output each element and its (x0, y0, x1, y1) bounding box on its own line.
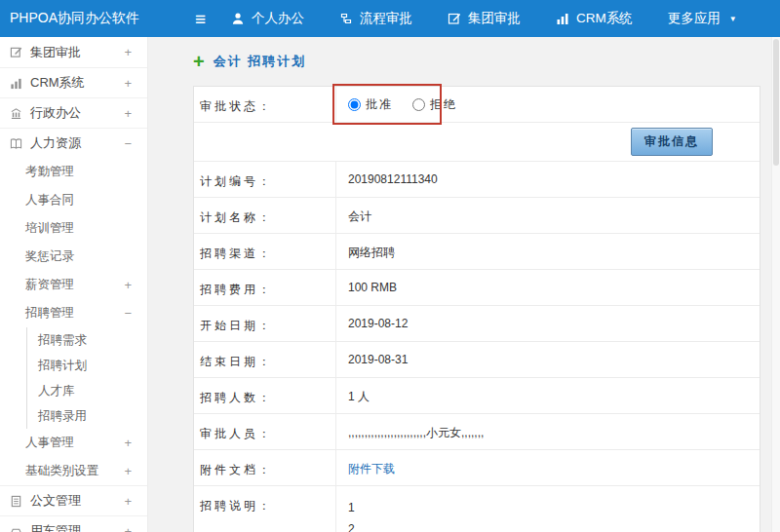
recruit-fee-value: 100 RMB (336, 270, 760, 305)
topbar: PHPOA协同办公软件 ≡ 个人办公 流程审批 集团审批 CRM系统 (0, 0, 780, 37)
collapse-icon[interactable]: − (124, 136, 132, 151)
nav-label: CRM系统 (576, 10, 633, 27)
radio-label: 批准 (366, 96, 393, 113)
plan-number-value: 20190812111340 (336, 162, 760, 197)
expand-icon[interactable]: + (124, 436, 132, 450)
radio-label: 拒绝 (430, 96, 457, 113)
row-plan-number: 计划编号： 20190812111340 (194, 162, 760, 198)
recruit-plan-detail-table: 审批状态： 批准 拒绝 审批信息 计划编号： (193, 86, 760, 532)
sidebar-item-hr[interactable]: 人力资源 − (0, 128, 147, 158)
sidebar-item-hr-contract[interactable]: 人事合同 (0, 186, 147, 214)
approval-info-button[interactable]: 审批信息 (631, 128, 713, 156)
page-body: 集团审批 + CRM系统 + 行政办公 + 人力资源 − 考勤管理 (0, 37, 780, 532)
radio-approve[interactable]: 批准 (348, 96, 393, 113)
field-label: 审批状态： (194, 87, 336, 122)
add-plus-icon: + (193, 55, 205, 68)
sidebar-item-rewards[interactable]: 奖惩记录 (0, 243, 147, 271)
row-approvers: 审批人员： ,,,,,,,,,,,,,,,,,,,,,,,,小元女,,,,,,, (194, 414, 760, 450)
main-content: + 会计 招聘计划 审批状态： 批准 拒绝 (148, 37, 780, 532)
expand-icon[interactable]: + (124, 278, 132, 292)
radio-reject[interactable]: 拒绝 (412, 96, 457, 113)
sidebar-item-salary[interactable]: 薪资管理 + (0, 271, 147, 299)
plan-name-value: 会计 (336, 198, 760, 233)
book-icon (10, 137, 22, 150)
car-icon (10, 525, 22, 532)
reject-radio-input[interactable] (412, 98, 425, 111)
building-icon (10, 107, 22, 120)
page-title: + 会计 招聘计划 (193, 53, 762, 70)
sidebar-item-base-category[interactable]: 基础类别设置 + (0, 457, 147, 485)
row-plan-name: 计划名称： 会计 (194, 198, 760, 234)
nav-item-personal-office[interactable]: 个人办公 (231, 10, 304, 27)
scrollbar-thumb[interactable] (773, 39, 779, 166)
page-title-text: 会计 招聘计划 (214, 53, 307, 70)
row-end-date: 结束日期： 2019-08-31 (194, 342, 760, 378)
caret-down-icon: ▼ (729, 15, 737, 23)
row-recruit-channel: 招聘渠道： 网络招聘 (194, 234, 760, 270)
description-line: 2 (348, 518, 748, 532)
bar-chart-icon (556, 12, 569, 25)
sidebar-item-recruit-plan[interactable]: 招聘计划 (27, 353, 147, 378)
sidebar-item-recruit-hire[interactable]: 招聘录用 (27, 403, 147, 429)
sidebar-item-recruit-demand[interactable]: 招聘需求 (27, 327, 147, 353)
edit-icon (10, 46, 22, 58)
sidebar: 集团审批 + CRM系统 + 行政办公 + 人力资源 − 考勤管理 (0, 37, 148, 532)
row-description: 招聘说明： 1 2 (194, 486, 760, 532)
description-line: 1 (348, 497, 748, 518)
nav-label: 个人办公 (252, 10, 304, 27)
row-recruit-fee: 招聘费用： 100 RMB (194, 270, 760, 306)
nav-item-group-approval[interactable]: 集团审批 (448, 10, 521, 27)
sidebar-item-vehicle[interactable]: 用车管理 + (0, 515, 147, 532)
expand-icon[interactable]: + (124, 524, 132, 532)
document-icon (10, 495, 22, 508)
sidebar-item-recruitment[interactable]: 招聘管理 − (0, 299, 147, 327)
bar-chart-icon (10, 77, 22, 90)
nav-item-workflow-approval[interactable]: 流程审批 (339, 10, 412, 27)
expand-icon[interactable]: + (124, 494, 132, 509)
nav-item-crm[interactable]: CRM系统 (556, 10, 633, 27)
nav-item-more-apps[interactable]: 更多应用 ▼ (668, 10, 737, 27)
sidebar-item-group-approval[interactable]: 集团审批 + (0, 37, 147, 67)
approvers-value: ,,,,,,,,,,,,,,,,,,,,,,,,小元女,,,,,,, (336, 414, 760, 449)
sidebar-item-training[interactable]: 培训管理 (0, 214, 147, 243)
approval-radio-group: 批准 拒绝 (336, 87, 760, 122)
attachment-download-link[interactable]: 附件下载 (348, 462, 395, 475)
approval-status-row: 审批状态： 批准 拒绝 (194, 87, 760, 123)
approve-radio-input[interactable] (348, 98, 361, 111)
expand-icon[interactable]: + (124, 45, 132, 59)
approval-button-row: 审批信息 (194, 123, 760, 162)
end-date-value: 2019-08-31 (336, 342, 760, 377)
sidebar-item-crm[interactable]: CRM系统 + (0, 67, 147, 97)
expand-icon[interactable]: + (124, 106, 132, 121)
sidebar-item-document[interactable]: 公文管理 + (0, 485, 147, 515)
expand-icon[interactable]: + (124, 464, 132, 478)
expand-icon[interactable]: + (124, 76, 132, 91)
sidebar-item-admin-office[interactable]: 行政办公 + (0, 97, 147, 128)
row-start-date: 开始日期： 2019-08-12 (194, 306, 760, 342)
row-headcount: 招聘人数： 1 人 (194, 378, 760, 414)
collapse-icon[interactable]: − (124, 306, 132, 321)
hamburger-icon[interactable]: ≡ (195, 10, 206, 28)
nav-label: 流程审批 (360, 10, 412, 27)
vertical-scrollbar[interactable] (771, 37, 780, 532)
sidebar-item-attendance[interactable]: 考勤管理 (0, 158, 147, 186)
flow-icon (339, 12, 353, 25)
sidebar-item-talent-pool[interactable]: 人才库 (27, 378, 147, 403)
recruit-channel-value: 网络招聘 (336, 234, 760, 269)
start-date-value: 2019-08-12 (336, 306, 760, 341)
recruitment-submenu: 招聘需求 招聘计划 人才库 招聘录用 (26, 327, 147, 429)
nav-label: 更多应用 (668, 10, 721, 27)
top-navigation: 个人办公 流程审批 集团审批 CRM系统 更多应用 ▼ (231, 10, 737, 27)
person-icon (231, 12, 245, 25)
sidebar-item-personnel[interactable]: 人事管理 + (0, 429, 147, 457)
app-brand: PHPOA协同办公软件 (0, 10, 164, 27)
edit-icon (448, 12, 461, 25)
headcount-value: 1 人 (336, 378, 760, 413)
nav-label: 集团审批 (468, 10, 521, 27)
row-attachment: 附件文档： 附件下载 (194, 450, 760, 486)
